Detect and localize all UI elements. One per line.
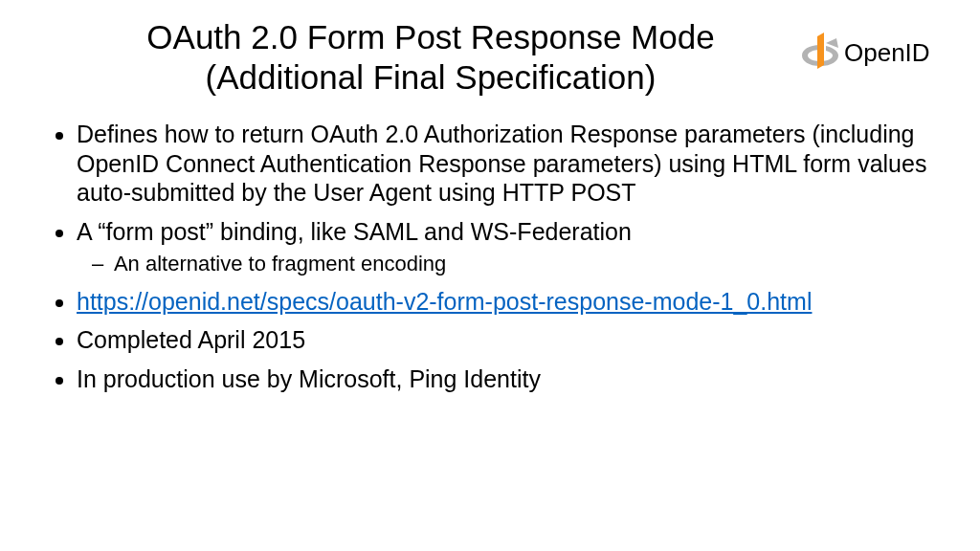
spec-link[interactable]: https://openid.net/specs/oauth-v2-form-p… (77, 288, 812, 315)
bullet-item: Completed April 2015 (77, 325, 942, 355)
sub-bullet-text: An alternative to fragment encoding (114, 252, 446, 276)
openid-logo-icon: OpenID (800, 31, 946, 75)
bullet-text: In production use by Microsoft, Ping Ide… (77, 365, 541, 392)
slide-title: OAuth 2.0 Form Post Response Mode (Addit… (86, 17, 775, 98)
svg-marker-0 (826, 38, 838, 48)
bullet-text: A “form post” binding, like SAML and WS-… (77, 218, 632, 245)
bullet-item: In production use by Microsoft, Ping Ide… (77, 364, 942, 394)
bullet-list: Defines how to return OAuth 2.0 Authoriz… (50, 120, 942, 393)
bullet-item: https://openid.net/specs/oauth-v2-form-p… (77, 287, 942, 317)
sub-bullet-item: An alternative to fragment encoding (109, 252, 942, 277)
svg-marker-1 (817, 33, 824, 69)
openid-logo: OpenID (800, 31, 946, 75)
bullet-item: A “form post” binding, like SAML and WS-… (77, 217, 942, 277)
sub-bullet-list: An alternative to fragment encoding (77, 252, 942, 277)
slide: OAuth 2.0 Form Post Response Mode (Addit… (0, 0, 980, 551)
title-line-2: (Additional Final Specification) (86, 57, 775, 98)
bullet-text: Completed April 2015 (77, 326, 305, 353)
bullet-item: Defines how to return OAuth 2.0 Authoriz… (77, 120, 942, 208)
bullet-text: Defines how to return OAuth 2.0 Authoriz… (77, 121, 926, 206)
openid-logo-text: OpenID (844, 38, 930, 67)
slide-body: Defines how to return OAuth 2.0 Authoriz… (50, 120, 942, 403)
title-line-1: OAuth 2.0 Form Post Response Mode (86, 17, 775, 57)
